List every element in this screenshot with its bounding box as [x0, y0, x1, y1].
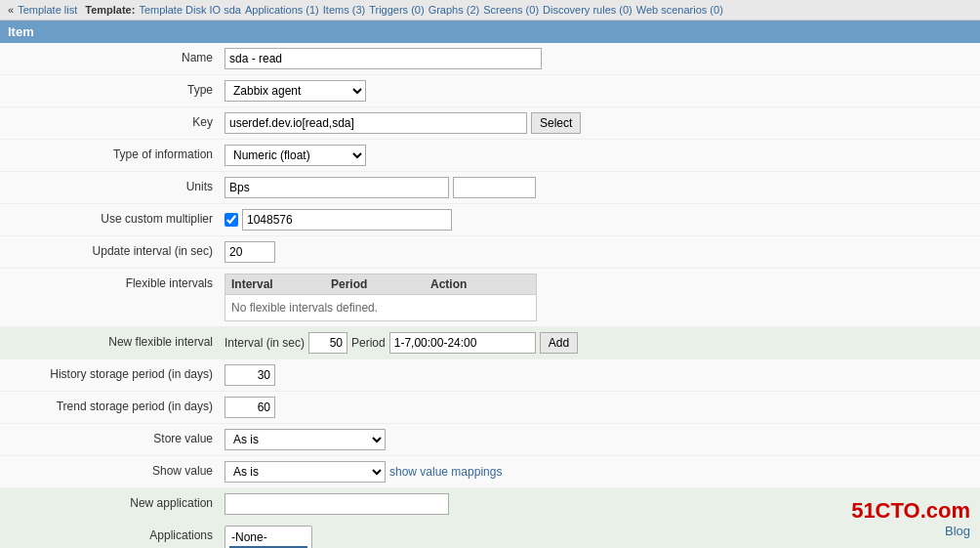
- multiplier-input[interactable]: [242, 209, 452, 231]
- multiplier-checkbox[interactable]: [225, 213, 238, 227]
- app-option-none[interactable]: -None-: [229, 528, 307, 546]
- new-application-label: New application: [10, 493, 225, 510]
- store-value-label: Store value: [10, 429, 225, 445]
- flex-period-input[interactable]: [389, 332, 536, 354]
- graphs-link[interactable]: Graphs (2): [429, 4, 480, 16]
- history-control: [225, 364, 275, 386]
- section-header: Item: [0, 21, 980, 43]
- applications-row: Applications -None- Performance: [0, 521, 980, 548]
- form-container: Name Type Zabbix agent Zabbix agent (act…: [0, 43, 980, 548]
- store-value-row: Store value As is Delta (speed per secon…: [0, 424, 980, 456]
- breadcrumb: « Template list Template: Template Disk …: [0, 0, 980, 21]
- show-value-label: Show value: [10, 461, 225, 478]
- flex-col-action: Action: [430, 277, 530, 291]
- type-of-info-select[interactable]: Numeric (float) Numeric (unsigned) Chara…: [225, 145, 366, 166]
- key-select-button[interactable]: Select: [531, 112, 581, 134]
- discovery-rules-link[interactable]: Discovery rules (0): [543, 4, 633, 16]
- units-row: Units: [0, 172, 980, 204]
- type-label: Type: [10, 80, 225, 97]
- trend-row: Trend storage period (in days): [0, 392, 980, 424]
- flex-add-button[interactable]: Add: [540, 332, 578, 354]
- screens-link[interactable]: Screens (0): [483, 4, 539, 16]
- trend-label: Trend storage period (in days): [10, 397, 225, 413]
- new-application-input[interactable]: [225, 493, 449, 515]
- trend-control: [225, 397, 275, 418]
- new-flexible-interval-control: Interval (in sec) Period Add: [225, 332, 578, 354]
- template-prefix: Template:: [85, 4, 135, 16]
- type-of-info-control: Numeric (float) Numeric (unsigned) Chara…: [225, 145, 366, 166]
- back-arrow: «: [8, 4, 14, 16]
- units-label: Units: [10, 177, 225, 193]
- update-interval-row: Update interval (in sec): [0, 236, 980, 269]
- key-label: Key: [10, 112, 225, 129]
- update-interval-input[interactable]: [225, 241, 275, 263]
- flexible-intervals-label: Flexible intervals: [10, 274, 225, 290]
- flexible-intervals-row: Flexible intervals Interval Period Actio…: [0, 269, 980, 327]
- show-value-mappings-link[interactable]: show value mappings: [389, 465, 502, 479]
- flexible-intervals-table: Interval Period Action No flexible inter…: [225, 274, 537, 321]
- new-flexible-interval-label: New flexible interval: [10, 332, 225, 349]
- type-select[interactable]: Zabbix agent Zabbix agent (active) Simpl…: [225, 80, 366, 102]
- units-input[interactable]: [225, 177, 449, 198]
- flex-no-data-text: No flexible intervals defined.: [231, 301, 378, 315]
- flex-interval-input[interactable]: [308, 332, 347, 354]
- history-input[interactable]: [225, 364, 275, 386]
- applications-control: -None- Performance: [225, 526, 312, 548]
- section-title: Item: [8, 24, 34, 39]
- period-prefix: Period: [351, 336, 386, 350]
- triggers-link[interactable]: Triggers (0): [369, 4, 424, 16]
- show-value-select[interactable]: As is: [225, 461, 386, 483]
- update-interval-control: [225, 241, 275, 263]
- type-of-info-row: Type of information Numeric (float) Nume…: [0, 140, 980, 172]
- show-value-control: As is show value mappings: [225, 461, 502, 483]
- interval-sec-prefix: Interval (in sec): [225, 336, 305, 350]
- new-application-row: New application: [0, 488, 980, 521]
- update-interval-label: Update interval (in sec): [10, 241, 225, 258]
- name-control: [225, 48, 542, 69]
- flex-col-period: Period: [331, 277, 430, 291]
- new-application-control: [225, 493, 449, 515]
- name-row: Name: [0, 43, 980, 75]
- name-label: Name: [10, 48, 225, 64]
- name-input[interactable]: [225, 48, 542, 69]
- units-control: [225, 177, 536, 198]
- applications-label: Applications: [10, 526, 225, 542]
- store-value-select[interactable]: As is Delta (speed per second) Delta (si…: [225, 429, 386, 450]
- multiplier-checkbox-label: [225, 213, 238, 227]
- store-value-control: As is Delta (speed per second) Delta (si…: [225, 429, 386, 450]
- template-list-link[interactable]: Template list: [18, 4, 77, 16]
- key-control: Select: [225, 112, 581, 134]
- items-link[interactable]: Items (3): [323, 4, 365, 16]
- applications-link[interactable]: Applications (1): [245, 4, 319, 16]
- web-scenarios-link[interactable]: Web scenarios (0): [636, 4, 723, 16]
- flex-col-interval: Interval: [231, 277, 331, 291]
- new-flexible-interval-row: New flexible interval Interval (in sec) …: [0, 327, 980, 359]
- flexible-intervals-control: Interval Period Action No flexible inter…: [225, 274, 537, 321]
- multiplier-row: Use custom multiplier: [0, 204, 980, 236]
- flex-table-header: Interval Period Action: [225, 274, 536, 295]
- type-row: Type Zabbix agent Zabbix agent (active) …: [0, 75, 980, 107]
- key-row: Key Select: [0, 107, 980, 140]
- multiplier-control: [225, 209, 452, 231]
- key-input[interactable]: [225, 112, 527, 134]
- history-label: History storage period (in days): [10, 364, 225, 381]
- units-extra-input[interactable]: [453, 177, 536, 198]
- show-value-row: Show value As is show value mappings: [0, 456, 980, 488]
- history-row: History storage period (in days): [0, 359, 980, 392]
- type-control: Zabbix agent Zabbix agent (active) Simpl…: [225, 80, 366, 102]
- trend-input[interactable]: [225, 397, 275, 418]
- template-name-link[interactable]: Template Disk IO sda: [139, 4, 241, 16]
- type-of-info-label: Type of information: [10, 145, 225, 161]
- applications-listbox[interactable]: -None- Performance: [225, 526, 312, 548]
- flex-table-body: No flexible intervals defined.: [225, 295, 536, 320]
- multiplier-label: Use custom multiplier: [10, 209, 225, 226]
